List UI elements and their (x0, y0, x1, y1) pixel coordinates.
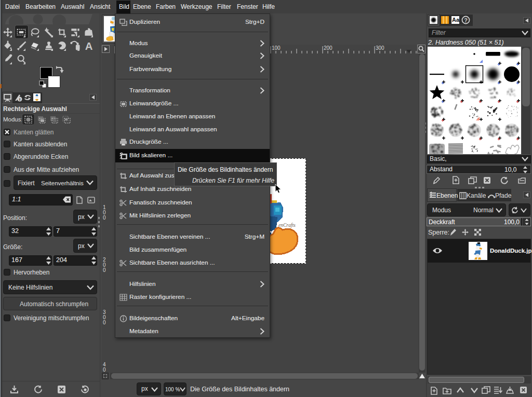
svg-text:300: 300 (376, 45, 384, 51)
svg-text:200: 200 (324, 45, 332, 51)
svg-text:i: i (19, 97, 20, 102)
svg-text:0: 0 (103, 367, 106, 373)
svg-text:0: 0 (103, 215, 106, 221)
svg-text:?: ? (464, 17, 468, 23)
svg-text:100: 100 (272, 45, 281, 51)
svg-text:0: 0 (103, 320, 106, 325)
svg-text:A: A (85, 40, 93, 52)
svg-text:0: 0 (103, 267, 106, 273)
svg-text:enCrafts: enCrafts (278, 223, 296, 228)
